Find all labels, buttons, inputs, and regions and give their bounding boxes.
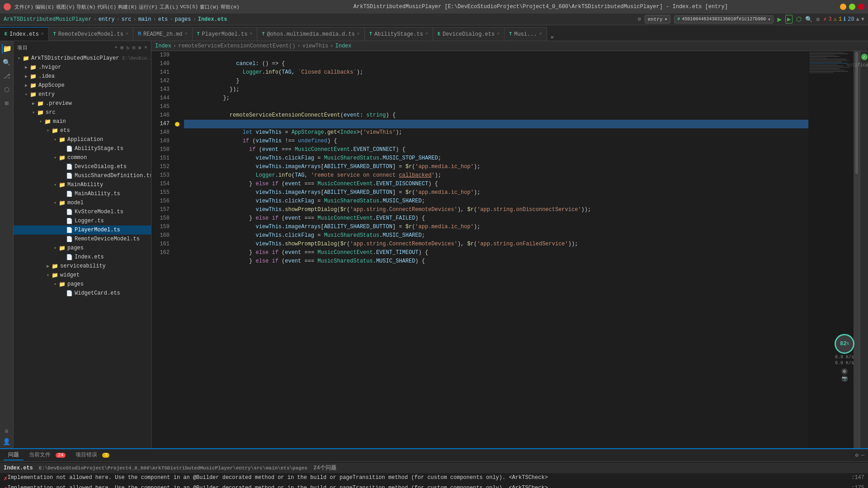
tree-main[interactable]: ▾ 📁 main	[14, 117, 151, 126]
activity-scm[interactable]: ⎇	[2, 71, 12, 81]
title-bar-menu-tools[interactable]: 工具(L)	[160, 4, 179, 10]
title-bar-menu-run[interactable]: 运行(F)	[139, 4, 158, 10]
scrollbar-thumb[interactable]	[855, 52, 858, 174]
tab-ability-stage[interactable]: T AbilityStage.ts ×	[365, 27, 433, 41]
bottom-tab-problems[interactable]: 问题	[4, 450, 24, 460]
code-breadcrumb-viewthis[interactable]: viewThis	[302, 43, 329, 49]
minimize-button[interactable]	[840, 4, 846, 10]
tree-playermodel[interactable]: ▶ 📄 PlayerModel.ts	[14, 225, 151, 235]
breadcrumb-project[interactable]: ArkTSDistributedMusicPlayer	[4, 16, 91, 23]
tree-devicedialog[interactable]: ▶ 📄 DeviceDialog.ets	[14, 162, 151, 171]
tab-remote-device-model[interactable]: T RemoteDeviceModel.ts ×	[49, 27, 133, 41]
camera-btn[interactable]: 📷	[841, 375, 848, 382]
code-breadcrumb-index2[interactable]: Index	[335, 43, 351, 49]
tab-close-readme[interactable]: ×	[185, 32, 188, 37]
tree-common[interactable]: ▾ 📁 common	[14, 153, 151, 162]
tree-mainability-file[interactable]: ▶ 📄 MainAbility.ts	[14, 189, 151, 198]
tab-close-device[interactable]: ×	[497, 32, 500, 37]
error-item-2[interactable]: ✗ Implementation not allowed here. Use t…	[0, 483, 868, 488]
title-bar-menu-vcs[interactable]: VCS(S)	[180, 4, 198, 9]
toolbar-search-btn[interactable]: 🔍	[805, 16, 812, 23]
entry-dropdown[interactable]: entry ▾	[645, 15, 671, 23]
breadcrumb-pages[interactable]: pages	[175, 16, 191, 23]
activity-extensions[interactable]: ⊞	[2, 98, 12, 108]
tab-readme[interactable]: M README_zh.md ×	[133, 27, 193, 41]
activity-bottom1[interactable]: ≡	[2, 427, 12, 436]
tree-model[interactable]: ▾ 📁 model	[14, 198, 151, 207]
scroll-up-btn[interactable]: ▲	[856, 16, 859, 23]
tab-index-ets[interactable]: E Index.ets ×	[0, 27, 49, 41]
sidebar-icon-settings[interactable]: ⚙	[138, 45, 142, 51]
activity-debug[interactable]: ⬡	[2, 84, 12, 94]
sidebar-icon-collapse[interactable]: ⊟	[132, 45, 136, 51]
sidebar-icon-new-folder[interactable]: ⊞	[120, 45, 123, 51]
sidebar-icon-refresh[interactable]: ↻	[127, 45, 130, 51]
maximize-button[interactable]	[849, 4, 855, 10]
sidebar-icon-close[interactable]: ×	[144, 45, 147, 51]
activity-search[interactable]: 🔍	[2, 57, 12, 67]
editor-scrollbar[interactable]	[854, 51, 860, 448]
tree-root[interactable]: ▾ 📁 ArkTSDistributedMusicPlayer E:\DevEc…	[14, 54, 151, 63]
tab-overflow-btn[interactable]: »	[547, 34, 557, 41]
bottom-close-btn[interactable]: —	[861, 452, 864, 459]
tab-close-index-ets[interactable]: ×	[41, 32, 44, 37]
tab-close-player[interactable]: ×	[250, 32, 252, 37]
tree-appscope[interactable]: ▶ 📁 AppScope	[14, 81, 151, 90]
debug-run-btn[interactable]: ▶	[785, 15, 793, 23]
bottom-settings-btn[interactable]: ⚙	[855, 452, 859, 459]
toolbar-settings-btn[interactable]: ⚙	[816, 16, 820, 23]
hash-dropdown[interactable]: # 45010044634303136010fe1c127b900 ▾	[674, 15, 774, 23]
scroll-down-btn[interactable]: ▼	[861, 16, 864, 23]
breadcrumb-src[interactable]: src	[122, 16, 132, 23]
tree-pages-ets[interactable]: ▾ 📁 pages	[14, 244, 151, 253]
title-bar-menu-code[interactable]: 代码(C)	[97, 4, 116, 10]
title-bar-menu-build[interactable]: 构建(R)	[118, 4, 137, 10]
sidebar-icon-new-file[interactable]: +	[114, 45, 118, 51]
error-header-item[interactable]: Index.ets E:\DevEcoStudioProject\Project…	[0, 463, 868, 473]
editor-main[interactable]: Index › remoteServiceExtensionConnectEve…	[151, 41, 868, 448]
tab-close-ohos[interactable]: ×	[357, 32, 360, 37]
code-area[interactable]: cancel: () => { Logger.info(TAG, `Closed…	[180, 51, 808, 448]
tree-logger[interactable]: ▶ 📄 Logger.ts	[14, 216, 151, 225]
tab-close-remote[interactable]: ×	[126, 32, 128, 37]
settings-circle-btn[interactable]: ⚙	[841, 368, 848, 375]
tree-serviceability[interactable]: ▶ 📁 serviceability	[14, 262, 151, 271]
tree-widgetcard[interactable]: ▶ 📄 WidgetCard.ets	[14, 289, 151, 298]
breadcrumb-ets[interactable]: ets	[158, 16, 168, 23]
tree-idea[interactable]: ▶ 📁 .idea	[14, 72, 151, 81]
title-bar-menu-edit[interactable]: 编辑(E)	[35, 4, 54, 10]
play-btn[interactable]: ▶	[777, 15, 782, 24]
error-item-1[interactable]: ✗ Implementation not allowed here. Use t…	[0, 473, 868, 483]
tab-musi[interactable]: T Musi... ×	[505, 27, 547, 41]
tree-kvstore[interactable]: ▶ 📄 KvStoreModel.ts	[14, 207, 151, 216]
title-bar-menu-view[interactable]: 视图(V)	[56, 4, 75, 10]
activity-explorer[interactable]: 📁	[2, 44, 12, 54]
tree-widget-pages[interactable]: ▾ 📁 pages	[14, 280, 151, 289]
tree-application[interactable]: ▾ 📁 Application	[14, 135, 151, 144]
bottom-tab-project-errors[interactable]: 项目错误 3	[71, 450, 114, 460]
build-btn[interactable]: ⬡	[796, 15, 802, 23]
tab-close-musi[interactable]: ×	[539, 32, 542, 37]
breadcrumb-settings[interactable]: ⚙	[637, 16, 641, 23]
title-bar-menu[interactable]: 文件(F)	[14, 4, 33, 10]
tab-device-dialog[interactable]: E DeviceDialog.ets ×	[433, 27, 505, 41]
tab-ohos-media[interactable]: T @ohos.multimedia.media.d.ts ×	[257, 27, 364, 41]
tree-abilitystage[interactable]: ▶ 📄 AbilityStage.ts	[14, 144, 151, 153]
code-breadcrumb-index[interactable]: Index	[155, 43, 171, 49]
activity-bottom2[interactable]: 👤	[2, 436, 12, 446]
tree-widget[interactable]: ▾ 📁 widget	[14, 271, 151, 280]
tree-mainability-folder[interactable]: ▾ 📁 MainAbility	[14, 180, 151, 189]
close-button[interactable]	[858, 4, 864, 10]
tree-preview[interactable]: ▶ 📁 .preview	[14, 99, 151, 108]
tree-musicshareddefinition[interactable]: ▶ 📄 MusicSharedDefinition.ts	[14, 171, 151, 180]
tree-ets[interactable]: ▾ 📁 ets	[14, 126, 151, 135]
breadcrumb-entry[interactable]: entry	[99, 16, 115, 23]
tree-entry[interactable]: ▾ 📁 entry	[14, 90, 151, 99]
tree-remotedevicemodel[interactable]: ▶ 📄 RemoteDeviceModel.ts	[14, 235, 151, 244]
tree-hvigor[interactable]: ▶ 📁 .hvigor	[14, 63, 151, 72]
title-bar-menu-nav[interactable]: 导航(N)	[76, 4, 95, 10]
bottom-tab-current-file[interactable]: 当前文件 24	[24, 450, 70, 460]
tree-src[interactable]: ▾ 📁 src	[14, 108, 151, 117]
title-bar-menu-window[interactable]: 窗口(W)	[200, 4, 219, 10]
tab-close-ability[interactable]: ×	[425, 32, 428, 37]
